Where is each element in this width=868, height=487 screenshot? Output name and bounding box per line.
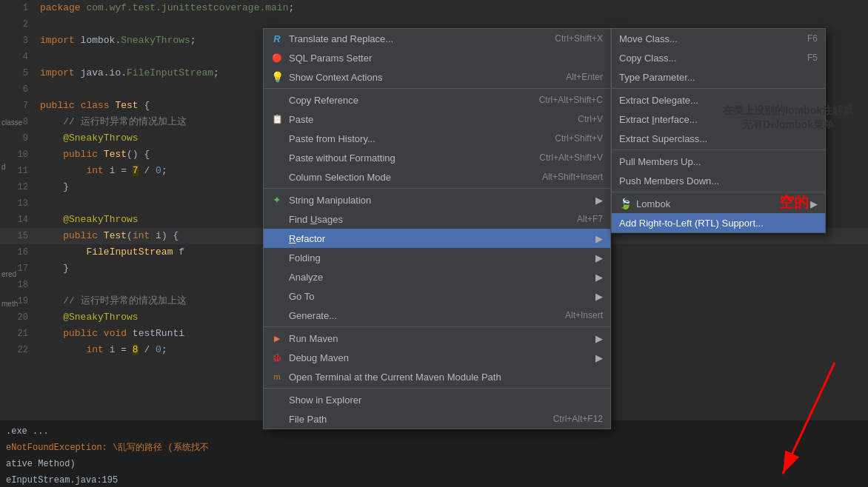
show-explorer-icon xyxy=(270,392,284,407)
submenu-copy-class[interactable]: Copy Class... F5 xyxy=(612,48,825,67)
status-line-2: eNotFoundException: \乱写的路径 (系统找不 xyxy=(6,440,862,456)
menu-item-sql[interactable]: 🔴 SQL Params Setter xyxy=(264,48,610,67)
folding-icon xyxy=(270,250,284,265)
menu-item-translate[interactable]: R Translate and Replace... Ctrl+Shift+X xyxy=(264,29,610,48)
menu-item-run-maven[interactable]: ▶ Run Maven ▶ xyxy=(264,329,610,348)
svg-line-1 xyxy=(783,363,835,474)
submenu-push-down[interactable]: Push Members Down... xyxy=(612,171,825,190)
menu-item-generate[interactable]: Generate... Alt+Insert xyxy=(264,306,610,325)
paste-no-format-icon xyxy=(270,150,284,165)
menu-item-debug-maven-label: Debug Maven xyxy=(289,352,575,363)
lombok-arrow: ▶ xyxy=(810,198,818,209)
annotation-no-lombok: 在类上没别的lombok注解就 无有Delombok菜单 xyxy=(723,104,853,132)
menu-item-goto-label: Go To xyxy=(289,291,575,302)
menu-item-paste-label: Paste xyxy=(289,114,563,125)
string-manip-arrow: ▶ xyxy=(595,195,603,206)
menu-item-string-manip[interactable]: ✦ String Manipulation ▶ xyxy=(264,190,610,209)
bulb-icon: 💡 xyxy=(270,70,284,84)
menu-item-refactor[interactable]: Refactor ▶ xyxy=(264,229,610,248)
refactor-arrow: ▶ xyxy=(595,233,603,244)
run-maven-icon: ▶ xyxy=(270,331,284,346)
submenu-extract-superclass-label: Extract Superclass... xyxy=(619,133,818,144)
sql-icon: 🔴 xyxy=(270,50,284,65)
column-select-icon xyxy=(270,169,284,184)
menu-item-file-path-shortcut: Ctrl+Alt+F12 xyxy=(553,414,603,424)
submenu-sep1 xyxy=(612,88,825,89)
menu-item-analyze-label: Analyze xyxy=(289,272,575,283)
menu-item-context-actions[interactable]: 💡 Show Context Actions Alt+Enter xyxy=(264,67,610,87)
submenu-copy-class-label: Copy Class... xyxy=(619,53,807,64)
menu-item-folding[interactable]: Folding ▶ xyxy=(264,248,610,267)
submenu-add-rtl[interactable]: Add Right-to-Left (RTL) Support... xyxy=(612,213,825,232)
menu-item-file-path[interactable]: File Path Ctrl+Alt+F12 xyxy=(264,409,610,429)
submenu-move-class-label: Move Class... xyxy=(619,33,807,44)
menu-item-paste-history-shortcut: Ctrl+Shift+V xyxy=(555,133,603,144)
separator-2 xyxy=(264,188,610,189)
menu-item-copy-ref[interactable]: Copy Reference Ctrl+Alt+Shift+C xyxy=(264,90,610,110)
menu-item-find-usages-shortcut: Alt+F7 xyxy=(577,214,603,224)
menu-item-folding-label: Folding xyxy=(289,252,575,263)
left-label-ered: ered xyxy=(1,266,16,283)
analyze-icon xyxy=(270,269,284,284)
line-1: 1 package com.wyf.test.junittestcoverage… xyxy=(0,0,868,16)
menu-item-find-usages-label: Find Usages xyxy=(289,214,562,225)
bottom-bar: .exe ... eNotFoundException: \乱写的路径 (系统找… xyxy=(0,420,868,487)
open-terminal-icon: m xyxy=(270,369,284,384)
file-path-icon xyxy=(270,412,284,426)
menu-item-sql-label: SQL Params Setter xyxy=(289,53,588,64)
menu-item-goto[interactable]: Go To ▶ xyxy=(264,286,610,306)
status-line-3: ative Method) xyxy=(6,456,862,472)
paste-icon: 📋 xyxy=(270,112,284,127)
submenu-sep2 xyxy=(612,150,825,150)
menu-item-show-explorer-label: Show in Explorer xyxy=(289,394,588,406)
menu-item-analyze[interactable]: Analyze ▶ xyxy=(264,267,610,286)
menu-item-context-shortcut: Alt+Enter xyxy=(566,72,603,82)
copy-ref-icon xyxy=(270,93,284,107)
menu-item-run-maven-label: Run Maven xyxy=(289,333,575,344)
submenu-pull-up[interactable]: Pull Members Up... xyxy=(612,152,825,171)
menu-item-refactor-label: Refactor xyxy=(289,233,575,244)
debug-maven-icon: 🐞 xyxy=(270,350,284,365)
menu-item-translate-shortcut: Ctrl+Shift+X xyxy=(555,33,603,44)
menu-item-paste-no-format[interactable]: Paste without Formatting Ctrl+Alt+Shift+… xyxy=(264,148,610,167)
paste-history-icon xyxy=(270,131,284,146)
folding-arrow: ▶ xyxy=(595,252,603,263)
menu-item-find-usages[interactable]: Find Usages Alt+F7 xyxy=(264,209,610,229)
menu-item-open-terminal-label: Open Terminal at the Current Maven Modul… xyxy=(289,372,588,383)
menu-item-open-terminal[interactable]: m Open Terminal at the Current Maven Mod… xyxy=(264,367,610,386)
submenu-move-class-shortcut: F6 xyxy=(807,33,818,44)
submenu-copy-class-shortcut: F5 xyxy=(807,53,818,63)
menu-item-column-select-shortcut: Alt+Shift+Insert xyxy=(542,172,603,182)
debug-maven-arrow: ▶ xyxy=(595,352,603,363)
menu-item-paste[interactable]: 📋 Paste Ctrl+V xyxy=(264,110,610,129)
find-usages-icon xyxy=(270,212,284,226)
goto-arrow: ▶ xyxy=(595,291,603,302)
left-label-d: d xyxy=(1,159,6,175)
menu-item-context-label: Show Context Actions xyxy=(289,72,551,83)
left-label-meth: meth xyxy=(1,296,18,312)
submenu-pull-up-label: Pull Members Up... xyxy=(619,156,818,167)
generate-icon xyxy=(270,308,284,323)
translate-icon: R xyxy=(270,31,284,46)
goto-icon xyxy=(270,289,284,303)
string-manip-icon: ✦ xyxy=(270,192,284,207)
submenu-type-param[interactable]: Type Parameter... xyxy=(612,67,825,87)
menu-item-paste-history-label: Paste from History... xyxy=(289,133,540,144)
separator-4 xyxy=(264,388,610,389)
run-maven-arrow: ▶ xyxy=(595,333,603,344)
menu-item-generate-label: Generate... xyxy=(289,310,550,321)
menu-item-show-explorer[interactable]: Show in Explorer xyxy=(264,390,610,409)
analyze-arrow: ▶ xyxy=(595,272,603,283)
menu-item-string-manip-label: String Manipulation xyxy=(289,195,575,206)
submenu-type-param-label: Type Parameter... xyxy=(619,72,818,83)
separator-3 xyxy=(264,326,610,327)
menu-item-file-path-label: File Path xyxy=(289,414,538,425)
menu-item-copy-ref-shortcut: Ctrl+Alt+Shift+C xyxy=(539,95,603,105)
menu-item-column-select[interactable]: Column Selection Mode Alt+Shift+Insert xyxy=(264,167,610,187)
menu-item-debug-maven[interactable]: 🐞 Debug Maven ▶ xyxy=(264,348,610,367)
lombok-leaf-icon: 🍃 xyxy=(619,198,632,209)
menu-item-generate-shortcut: Alt+Insert xyxy=(565,310,603,320)
menu-item-paste-history[interactable]: Paste from History... Ctrl+Shift+V xyxy=(264,129,610,148)
left-label-classe: classe xyxy=(1,115,22,131)
submenu-move-class[interactable]: Move Class... F6 xyxy=(612,29,825,48)
